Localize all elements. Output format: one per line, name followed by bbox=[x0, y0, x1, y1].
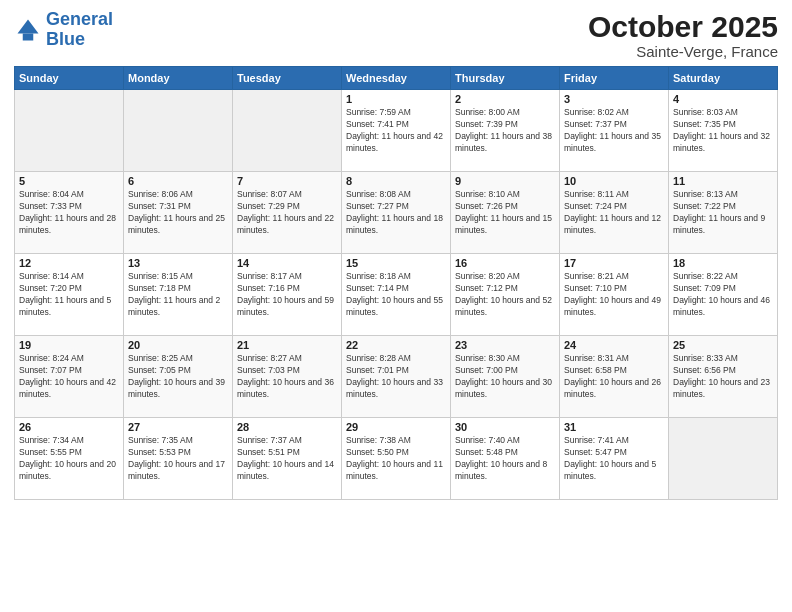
day-number: 22 bbox=[346, 339, 446, 351]
logo: General Blue bbox=[14, 10, 113, 50]
day-number: 8 bbox=[346, 175, 446, 187]
calendar-cell: 30Sunrise: 7:40 AM Sunset: 5:48 PM Dayli… bbox=[451, 418, 560, 500]
day-number: 7 bbox=[237, 175, 337, 187]
day-number: 12 bbox=[19, 257, 119, 269]
calendar-cell: 3Sunrise: 8:02 AM Sunset: 7:37 PM Daylig… bbox=[560, 90, 669, 172]
day-number: 5 bbox=[19, 175, 119, 187]
day-info: Sunrise: 8:07 AM Sunset: 7:29 PM Dayligh… bbox=[237, 189, 337, 237]
day-info: Sunrise: 8:00 AM Sunset: 7:39 PM Dayligh… bbox=[455, 107, 555, 155]
day-info: Sunrise: 8:31 AM Sunset: 6:58 PM Dayligh… bbox=[564, 353, 664, 401]
day-info: Sunrise: 8:27 AM Sunset: 7:03 PM Dayligh… bbox=[237, 353, 337, 401]
logo-icon bbox=[14, 16, 42, 44]
calendar-cell: 7Sunrise: 8:07 AM Sunset: 7:29 PM Daylig… bbox=[233, 172, 342, 254]
calendar-cell: 24Sunrise: 8:31 AM Sunset: 6:58 PM Dayli… bbox=[560, 336, 669, 418]
day-info: Sunrise: 8:14 AM Sunset: 7:20 PM Dayligh… bbox=[19, 271, 119, 319]
calendar-cell: 28Sunrise: 7:37 AM Sunset: 5:51 PM Dayli… bbox=[233, 418, 342, 500]
day-info: Sunrise: 8:21 AM Sunset: 7:10 PM Dayligh… bbox=[564, 271, 664, 319]
day-number: 21 bbox=[237, 339, 337, 351]
month-title: October 2025 bbox=[588, 10, 778, 43]
day-number: 18 bbox=[673, 257, 773, 269]
day-info: Sunrise: 8:03 AM Sunset: 7:35 PM Dayligh… bbox=[673, 107, 773, 155]
day-number: 20 bbox=[128, 339, 228, 351]
header-wednesday: Wednesday bbox=[342, 67, 451, 90]
calendar-cell: 20Sunrise: 8:25 AM Sunset: 7:05 PM Dayli… bbox=[124, 336, 233, 418]
day-number: 10 bbox=[564, 175, 664, 187]
day-number: 4 bbox=[673, 93, 773, 105]
day-number: 30 bbox=[455, 421, 555, 433]
calendar-cell: 23Sunrise: 8:30 AM Sunset: 7:00 PM Dayli… bbox=[451, 336, 560, 418]
weekday-header-row: Sunday Monday Tuesday Wednesday Thursday… bbox=[15, 67, 778, 90]
day-number: 27 bbox=[128, 421, 228, 433]
logo-text: General Blue bbox=[46, 10, 113, 50]
calendar-cell: 12Sunrise: 8:14 AM Sunset: 7:20 PM Dayli… bbox=[15, 254, 124, 336]
calendar-cell bbox=[124, 90, 233, 172]
day-number: 3 bbox=[564, 93, 664, 105]
logo-line1: General bbox=[46, 9, 113, 29]
day-number: 2 bbox=[455, 93, 555, 105]
calendar-cell: 1Sunrise: 7:59 AM Sunset: 7:41 PM Daylig… bbox=[342, 90, 451, 172]
day-number: 1 bbox=[346, 93, 446, 105]
calendar-cell: 16Sunrise: 8:20 AM Sunset: 7:12 PM Dayli… bbox=[451, 254, 560, 336]
day-number: 9 bbox=[455, 175, 555, 187]
header: General Blue October 2025 Sainte-Verge, … bbox=[14, 10, 778, 60]
day-info: Sunrise: 7:34 AM Sunset: 5:55 PM Dayligh… bbox=[19, 435, 119, 483]
day-number: 17 bbox=[564, 257, 664, 269]
day-info: Sunrise: 7:35 AM Sunset: 5:53 PM Dayligh… bbox=[128, 435, 228, 483]
header-saturday: Saturday bbox=[669, 67, 778, 90]
header-monday: Monday bbox=[124, 67, 233, 90]
calendar-week-row: 12Sunrise: 8:14 AM Sunset: 7:20 PM Dayli… bbox=[15, 254, 778, 336]
svg-rect-1 bbox=[23, 33, 34, 40]
day-number: 24 bbox=[564, 339, 664, 351]
header-friday: Friday bbox=[560, 67, 669, 90]
calendar-cell: 26Sunrise: 7:34 AM Sunset: 5:55 PM Dayli… bbox=[15, 418, 124, 500]
day-info: Sunrise: 8:13 AM Sunset: 7:22 PM Dayligh… bbox=[673, 189, 773, 237]
calendar-cell: 18Sunrise: 8:22 AM Sunset: 7:09 PM Dayli… bbox=[669, 254, 778, 336]
day-info: Sunrise: 8:06 AM Sunset: 7:31 PM Dayligh… bbox=[128, 189, 228, 237]
calendar-table: Sunday Monday Tuesday Wednesday Thursday… bbox=[14, 66, 778, 500]
logo-line2: Blue bbox=[46, 29, 85, 49]
day-number: 14 bbox=[237, 257, 337, 269]
calendar-week-row: 19Sunrise: 8:24 AM Sunset: 7:07 PM Dayli… bbox=[15, 336, 778, 418]
day-number: 26 bbox=[19, 421, 119, 433]
header-tuesday: Tuesday bbox=[233, 67, 342, 90]
calendar-cell: 10Sunrise: 8:11 AM Sunset: 7:24 PM Dayli… bbox=[560, 172, 669, 254]
calendar-cell: 22Sunrise: 8:28 AM Sunset: 7:01 PM Dayli… bbox=[342, 336, 451, 418]
day-info: Sunrise: 7:40 AM Sunset: 5:48 PM Dayligh… bbox=[455, 435, 555, 483]
calendar-cell: 29Sunrise: 7:38 AM Sunset: 5:50 PM Dayli… bbox=[342, 418, 451, 500]
day-number: 16 bbox=[455, 257, 555, 269]
day-info: Sunrise: 8:08 AM Sunset: 7:27 PM Dayligh… bbox=[346, 189, 446, 237]
page: General Blue October 2025 Sainte-Verge, … bbox=[0, 0, 792, 612]
day-number: 13 bbox=[128, 257, 228, 269]
day-info: Sunrise: 8:02 AM Sunset: 7:37 PM Dayligh… bbox=[564, 107, 664, 155]
day-number: 28 bbox=[237, 421, 337, 433]
day-number: 31 bbox=[564, 421, 664, 433]
day-info: Sunrise: 8:11 AM Sunset: 7:24 PM Dayligh… bbox=[564, 189, 664, 237]
calendar-cell: 31Sunrise: 7:41 AM Sunset: 5:47 PM Dayli… bbox=[560, 418, 669, 500]
day-info: Sunrise: 8:28 AM Sunset: 7:01 PM Dayligh… bbox=[346, 353, 446, 401]
day-number: 15 bbox=[346, 257, 446, 269]
day-info: Sunrise: 7:38 AM Sunset: 5:50 PM Dayligh… bbox=[346, 435, 446, 483]
day-number: 19 bbox=[19, 339, 119, 351]
day-info: Sunrise: 8:17 AM Sunset: 7:16 PM Dayligh… bbox=[237, 271, 337, 319]
day-number: 23 bbox=[455, 339, 555, 351]
day-info: Sunrise: 7:37 AM Sunset: 5:51 PM Dayligh… bbox=[237, 435, 337, 483]
calendar-week-row: 5Sunrise: 8:04 AM Sunset: 7:33 PM Daylig… bbox=[15, 172, 778, 254]
calendar-week-row: 26Sunrise: 7:34 AM Sunset: 5:55 PM Dayli… bbox=[15, 418, 778, 500]
day-number: 6 bbox=[128, 175, 228, 187]
calendar-cell: 5Sunrise: 8:04 AM Sunset: 7:33 PM Daylig… bbox=[15, 172, 124, 254]
calendar-body: 1Sunrise: 7:59 AM Sunset: 7:41 PM Daylig… bbox=[15, 90, 778, 500]
day-number: 11 bbox=[673, 175, 773, 187]
day-info: Sunrise: 8:33 AM Sunset: 6:56 PM Dayligh… bbox=[673, 353, 773, 401]
calendar-cell bbox=[233, 90, 342, 172]
day-info: Sunrise: 8:25 AM Sunset: 7:05 PM Dayligh… bbox=[128, 353, 228, 401]
calendar-cell: 27Sunrise: 7:35 AM Sunset: 5:53 PM Dayli… bbox=[124, 418, 233, 500]
day-info: Sunrise: 8:04 AM Sunset: 7:33 PM Dayligh… bbox=[19, 189, 119, 237]
calendar-cell: 9Sunrise: 8:10 AM Sunset: 7:26 PM Daylig… bbox=[451, 172, 560, 254]
calendar-cell bbox=[15, 90, 124, 172]
calendar-cell: 2Sunrise: 8:00 AM Sunset: 7:39 PM Daylig… bbox=[451, 90, 560, 172]
calendar-cell: 15Sunrise: 8:18 AM Sunset: 7:14 PM Dayli… bbox=[342, 254, 451, 336]
calendar-cell: 25Sunrise: 8:33 AM Sunset: 6:56 PM Dayli… bbox=[669, 336, 778, 418]
day-info: Sunrise: 8:10 AM Sunset: 7:26 PM Dayligh… bbox=[455, 189, 555, 237]
header-thursday: Thursday bbox=[451, 67, 560, 90]
calendar-cell: 6Sunrise: 8:06 AM Sunset: 7:31 PM Daylig… bbox=[124, 172, 233, 254]
